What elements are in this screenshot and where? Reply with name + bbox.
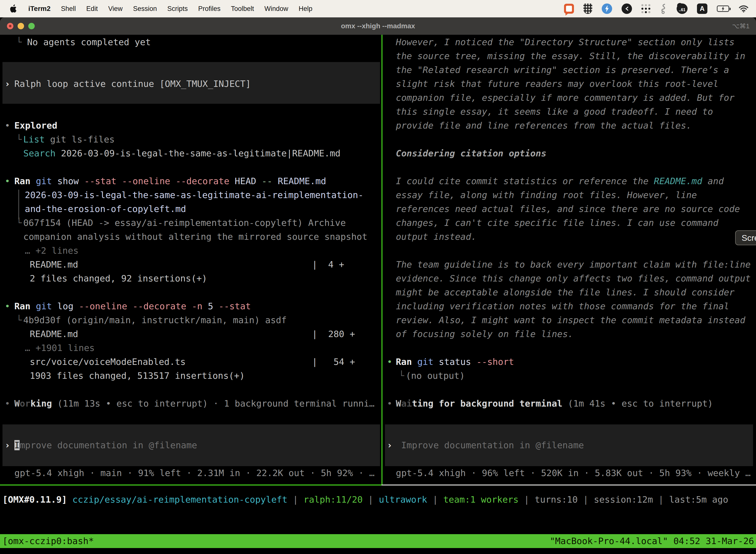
ran-label: Ran — [14, 176, 30, 186]
bullet-icon: • — [387, 357, 392, 367]
ran-git-log-line: •Ran git log --oneline --decorate -n 5 -… — [5, 299, 251, 313]
menu-item-iterm2[interactable]: iTerm2 — [28, 5, 51, 13]
head-word: HEAD — [230, 176, 256, 186]
thinking-para2-line5: output instead. — [396, 230, 477, 244]
prompt-icon: › — [5, 79, 10, 89]
status-flags: --short — [471, 357, 514, 367]
thinking-para3-line1: The team guideline is to back every impo… — [396, 258, 751, 272]
thinking-para3-line4: including verification notes with those … — [396, 299, 729, 313]
pane-divider[interactable] — [381, 35, 382, 485]
ralph-input-text: Ralph loop active continue [OMX_TMUX_INJ… — [14, 79, 251, 89]
pointer-circle-icon[interactable] — [622, 3, 632, 14]
ralph-input-line[interactable]: ›Ralph loop active continue [OMX_TMUX_IN… — [5, 77, 251, 91]
commit-subject-line1: 2026-03-09-is-legal-the-same-as-legitima… — [25, 188, 363, 202]
window-title: omx --xhigh --madmax — [0, 22, 756, 30]
thinking-para1-line5: companion file, especially if more comme… — [396, 91, 735, 105]
thinking-para1-line2: the source tree, missing the essay. Stil… — [396, 49, 745, 63]
left-pane-border — [0, 485, 381, 486]
tree-corner-icon: └ — [16, 315, 22, 325]
explored-list-line: └List git ls-files — [16, 132, 115, 147]
battery-percent-icon[interactable]: ..61 — [677, 3, 688, 14]
omx-session: session:12m — [594, 494, 653, 505]
menu-item-toolbelt[interactable]: Toolbelt — [231, 5, 254, 13]
tmux-window-name[interactable]: [omx-cczip0:bash* — [0, 534, 94, 548]
right-model-status: gpt-5.4 xhigh · 96% left · 520K in · 5.8… — [396, 466, 751, 480]
commit-subject-line2: and-the-erosion-of-copyleft.md — [25, 202, 186, 216]
battery-charging-icon[interactable] — [717, 5, 729, 12]
waiting-shimmer-w: W — [396, 398, 401, 408]
menu-status-icons: ..61 A — [564, 3, 756, 14]
keyboard-layout-icon[interactable]: A — [697, 3, 707, 14]
stat-file: src/voice/voiceModeEnabled.ts — [30, 355, 186, 369]
sync-badge-icon[interactable] — [602, 3, 612, 14]
thinking-para3-line2: evidence. Since this change only affects… — [396, 272, 751, 285]
iterm-window: omx --xhigh --madmax ⌥⌘1 └ No agents com… — [0, 17, 756, 554]
dots-grid-icon[interactable] — [641, 4, 650, 13]
thinking-para2-line4: changes, I can't cite specific file line… — [396, 216, 718, 230]
menu-item-profiles[interactable]: Profiles — [198, 5, 220, 13]
no-output-text: (no output) — [406, 371, 465, 381]
para2-post: and — [702, 176, 724, 186]
menu-item-scripts[interactable]: Scripts — [167, 5, 188, 13]
screen-share-pill-label: Scre — [742, 233, 756, 243]
explored-header: •Explored — [5, 119, 57, 132]
window-shortcut-badge: ⌥⌘1 — [732, 22, 750, 30]
log-commit-line: └4b9d30f (origin/main, instructkr/main, … — [16, 313, 287, 327]
separator: | — [427, 494, 443, 505]
tree-corner-icon: └ — [16, 37, 22, 47]
separator: | — [578, 494, 594, 505]
stat-value: | 280 + — [312, 327, 355, 341]
security-shield-icon[interactable] — [583, 3, 592, 14]
left-pane[interactable]: └ No agents completed yet ›Ralph loop ac… — [0, 35, 381, 485]
stat-summary: 2 files changed, 92 insertions(+) — [30, 272, 207, 285]
left-prompt-line[interactable]: ›Improve documentation in @filename — [5, 438, 197, 452]
bullet-icon: • — [5, 301, 10, 311]
bullet-icon: • — [5, 176, 10, 186]
squiggle-icon[interactable] — [660, 3, 667, 14]
ran-label: Ran — [396, 357, 412, 367]
log-flags1: --oneline --decorate -n — [73, 301, 202, 311]
right-pane[interactable]: However, I noticed the "Directory Struct… — [383, 35, 756, 485]
thinking-para1-line6: this single essay, it seems like a good … — [396, 105, 713, 119]
waiting-status-line: •Waiting for background terminal (1m 41s… — [387, 397, 713, 410]
no-agents-line: └ No agents completed yet — [16, 35, 151, 49]
git-word: git — [30, 301, 52, 311]
screen-share-pill[interactable]: Scre — [735, 230, 756, 245]
menu-item-view[interactable]: View — [108, 5, 123, 13]
prompt-icon: › — [387, 440, 392, 450]
right-prompt-line[interactable]: › Improve documentation in @filename — [387, 438, 584, 452]
menu-item-session[interactable]: Session — [133, 5, 157, 13]
dashdash-sep: -- — [256, 176, 272, 186]
no-output-line: └(no output) — [399, 369, 465, 383]
thinking-para1-line1: However, I noticed the "Directory Struct… — [396, 35, 735, 49]
more-lines-note: … +2 lines — [25, 244, 79, 258]
no-agents-text: No agents completed yet — [22, 37, 151, 47]
commit-info-line1: └067f154 (HEAD -> essay/ai-reimplementat… — [16, 216, 346, 230]
log-flags2: --stat — [213, 301, 251, 311]
menu-item-edit[interactable]: Edit — [86, 5, 98, 13]
left-input-text: mprove documentation in @filename — [19, 440, 197, 450]
working-status-line: •Working (11m 13s • esc to interrupt) · … — [5, 397, 375, 410]
readme-link[interactable]: README.md — [654, 176, 702, 186]
list-command: git ls-files — [45, 134, 115, 145]
screen-share-icon[interactable] — [564, 4, 574, 14]
title-bar[interactable]: omx --xhigh --madmax ⌥⌘1 — [0, 17, 756, 35]
bullet-icon: • — [387, 398, 392, 408]
working-detail: (11m 13s • esc to interrupt) · 1 backgro… — [52, 398, 374, 408]
ran-label: Ran — [14, 301, 30, 311]
menu-item-shell[interactable]: Shell — [61, 5, 76, 13]
stat-file: README.md — [30, 258, 78, 272]
apple-menu-icon[interactable] — [9, 4, 18, 13]
omx-team: team:1 workers — [443, 494, 518, 505]
stat-value: | 4 + — [312, 258, 344, 272]
bullet-icon: • — [5, 120, 10, 130]
omx-version: [OMX#0.11.9] — [2, 494, 67, 505]
commit-info-line2: companion analysis without altering the … — [23, 230, 367, 244]
menu-item-help[interactable]: Help — [299, 5, 313, 13]
stat-file: README.md — [30, 327, 78, 341]
thinking-para2-line1: I could cite commit statistics or refere… — [396, 174, 724, 188]
wifi-icon[interactable] — [739, 5, 749, 12]
more-lines-note: … +1901 lines — [25, 341, 95, 355]
menu-item-window[interactable]: Window — [264, 5, 288, 13]
thinking-para2-line2: essay file, along with finding root file… — [396, 188, 697, 202]
